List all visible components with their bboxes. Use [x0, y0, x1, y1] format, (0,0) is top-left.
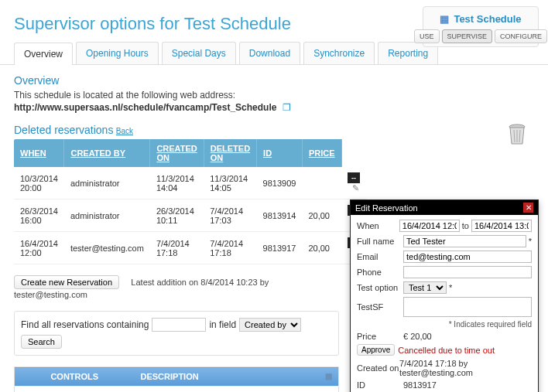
col-price[interactable]: PRICE [302, 139, 341, 167]
col-created-on[interactable]: CREATED ON [150, 139, 204, 167]
price-value: € 20,00 [403, 332, 432, 341]
supervise-button[interactable]: SUPERVISE [442, 29, 492, 43]
table-row: Stop applicationBlock access to the sche… [15, 387, 339, 393]
fullname-input[interactable] [403, 235, 526, 247]
phone-label: Phone [357, 268, 403, 277]
status-badge: -- [348, 172, 360, 183]
col-created-by[interactable]: CREATED BY [64, 139, 150, 167]
popup-title: Edit Reservation [355, 203, 418, 213]
required-star: * [449, 283, 452, 292]
approve-button[interactable]: Approve [357, 344, 395, 356]
find-label-1: Find all reservations containing [21, 319, 149, 330]
phone-input[interactable] [403, 266, 532, 278]
schedule-url: http://www.supersaas.nl/schedule/fvancam… [14, 102, 276, 113]
grip-icon[interactable]: ▦ [325, 372, 332, 380]
find-label-2: in field [209, 319, 236, 330]
create-reservation-button[interactable]: Create new Reservation [14, 275, 119, 289]
required-star: * [529, 237, 532, 246]
col-id[interactable]: ID [257, 139, 303, 167]
testopt-label: Test option [357, 283, 403, 292]
createdon-value: 7/4/2014 17:18 by tester@testing.com [399, 359, 532, 377]
use-button[interactable]: USE [414, 29, 440, 43]
fullname-label: Full name [357, 237, 403, 246]
email-label: Email [357, 252, 403, 261]
widget-title: Test Schedule [426, 10, 535, 29]
deleted-heading: Deleted reservations [14, 124, 113, 136]
controls-table: CONTROLS DESCRIPTION▦ Stop applicationBl… [14, 366, 339, 392]
configure-button[interactable]: CONFIGURE [495, 29, 547, 43]
find-bar: Find all reservations containing in fiel… [14, 311, 339, 356]
table-row: 16/4/2014 12:00tester@testing.com7/4/201… [14, 232, 366, 264]
edit-reservation-popup: Edit Reservation ✕ When to Full name * E… [350, 199, 539, 392]
external-link-icon[interactable]: ❐ [283, 102, 291, 113]
schedule-widget: Test Schedule USE SUPERVISE CONFIGURE [423, 6, 539, 47]
find-input[interactable] [152, 318, 206, 332]
search-button[interactable]: Search [21, 335, 62, 349]
tab-overview[interactable]: Overview [14, 43, 73, 65]
overview-heading: Overview [14, 74, 534, 87]
to-label: to [462, 221, 469, 230]
location-text: This schedule is located at the followin… [14, 90, 534, 101]
edit-icon[interactable]: ✎ [352, 183, 359, 193]
testsf-input[interactable] [403, 297, 532, 317]
table-row: 26/3/2014 16:00administrator26/3/2014 10… [14, 199, 366, 232]
tab-synchronize[interactable]: Synchronize [303, 42, 375, 64]
trash-icon [508, 124, 526, 145]
when-from-input[interactable] [399, 220, 460, 232]
cancelled-text: Cancelled due to time out [398, 346, 495, 355]
table-row: 10/3/2014 20:00administrator11/3/2014 14… [14, 167, 366, 199]
email-input[interactable] [403, 251, 532, 263]
price-label: Price [357, 332, 403, 341]
tab-opening-hours[interactable]: Opening Hours [76, 42, 159, 64]
col-when[interactable]: WHEN [14, 139, 64, 167]
required-hint: * Indicates required field [357, 320, 532, 329]
col-deleted-on[interactable]: DELETED ON [204, 139, 256, 167]
controls-head: CONTROLS [15, 367, 135, 387]
id-value: 9813917 [403, 380, 437, 390]
control-desc: Block access to the schedule for regular… [135, 387, 339, 393]
testsf-label: TestSF [357, 302, 403, 312]
find-field-select[interactable]: Created by [239, 318, 301, 332]
when-label: When [357, 221, 399, 230]
deleted-table: WHEN CREATED BY CREATED ON DELETED ON ID… [14, 139, 366, 264]
tab-download[interactable]: Download [239, 42, 300, 64]
description-head: DESCRIPTION▦ [135, 367, 339, 387]
when-to-input[interactable] [471, 220, 532, 232]
testopt-select[interactable]: Test 1 [403, 281, 447, 294]
id-label: ID [357, 380, 403, 390]
tab-special-days[interactable]: Special Days [162, 42, 236, 64]
back-link[interactable]: Back [116, 127, 133, 135]
createdon-label: Created on [357, 363, 399, 373]
close-icon[interactable]: ✕ [523, 203, 533, 213]
